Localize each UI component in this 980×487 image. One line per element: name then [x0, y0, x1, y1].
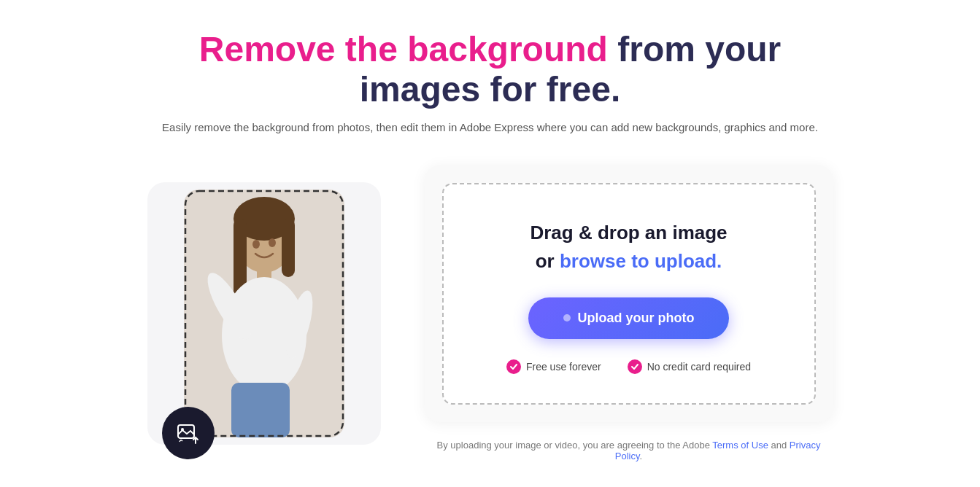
footer-text-after: .: [640, 451, 643, 461]
feature-no-card: No credit card required: [628, 359, 751, 374]
upload-section: Drag & drop an image or browse to upload…: [425, 165, 833, 461]
upload-icon-circle[interactable]: [162, 407, 215, 459]
terms-of-use-link[interactable]: Terms of Use: [712, 440, 768, 451]
features-row: Free use forever No credit card required: [506, 359, 751, 374]
check-icon-free: [506, 359, 521, 374]
upload-photo-button[interactable]: Upload your photo: [528, 297, 730, 339]
check-icon-card: [628, 359, 642, 374]
feature-free-label: Free use forever: [526, 361, 601, 373]
svg-point-15: [269, 238, 276, 247]
subheadline-text: Easily remove the background from photos…: [162, 120, 819, 136]
feature-card-label: No credit card required: [647, 361, 751, 373]
person-illustration: [184, 190, 344, 437]
footer-text-before: By uploading your image or video, you ar…: [437, 440, 713, 451]
drag-drop-line1: Drag & drop an image: [530, 222, 727, 244]
upload-outer-card: Drag & drop an image or browse to upload…: [425, 165, 833, 422]
preview-card: [147, 182, 381, 445]
main-content-area: Drag & drop an image or browse to upload…: [89, 165, 892, 461]
headline-colored-text: Remove the background: [199, 30, 608, 69]
upload-btn-dot: [563, 314, 571, 322]
svg-rect-8: [282, 219, 295, 277]
footer-text: By uploading your image or video, you ar…: [425, 440, 833, 461]
drop-zone[interactable]: Drag & drop an image or browse to upload…: [442, 183, 816, 405]
preview-section: [147, 182, 381, 445]
page-header: Remove the background from your images f…: [162, 29, 819, 136]
svg-point-14: [252, 240, 260, 249]
footer-text-middle: and: [768, 440, 790, 451]
browse-link[interactable]: browse to upload.: [560, 250, 722, 272]
svg-rect-13: [231, 383, 290, 437]
image-upload-icon: [175, 420, 201, 446]
drag-drop-text: Drag & drop an image: [530, 221, 727, 246]
upload-button-label: Upload your photo: [578, 311, 695, 326]
feature-free-use: Free use forever: [506, 359, 601, 374]
browse-prefix: or: [536, 250, 560, 272]
browse-text: or browse to upload.: [536, 250, 722, 273]
main-headline: Remove the background from your images f…: [162, 29, 819, 109]
